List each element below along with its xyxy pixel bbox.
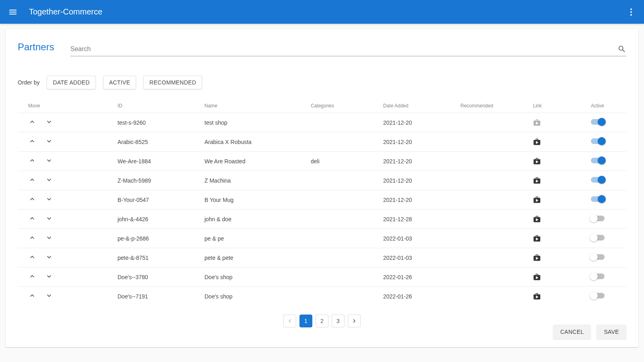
move-down-button[interactable] [45,234,53,243]
active-toggle[interactable] [591,177,605,183]
shop-icon [533,254,541,262]
cancel-button[interactable]: CANCEL [553,325,591,339]
move-up-button[interactable] [28,214,36,224]
cell-id: B-Your-0547 [114,190,201,210]
cell-id: Doe's--3780 [114,267,201,287]
svg-point-1 [630,11,632,13]
move-up-button[interactable] [28,137,36,146]
cell-categories [308,132,380,152]
cell-id: We-Are-1884 [114,152,201,171]
chevron-up-icon [28,156,36,165]
link-button[interactable] [533,254,584,262]
active-toggle[interactable] [591,254,605,260]
cell-id: john-&-4426 [114,210,201,229]
active-toggle[interactable] [591,119,605,125]
chevron-left-icon [286,317,293,325]
page-title: Partners [18,41,54,53]
search-icon[interactable] [617,45,626,53]
move-down-button[interactable] [45,176,53,185]
move-up-button[interactable] [28,272,36,282]
chevron-down-icon [45,195,53,203]
page-2[interactable]: 2 [316,315,328,327]
cell-date: 2021-12-28 [380,210,457,229]
chevron-up-icon [28,195,36,203]
active-toggle[interactable] [591,216,605,221]
app-title: Together-Commerce [29,7,102,16]
cell-name: Arabica X Robusta [201,132,308,152]
cell-categories [308,113,380,132]
move-up-button[interactable] [28,253,36,262]
cell-id: Arabic-8525 [114,132,201,152]
move-down-button[interactable] [45,272,53,282]
link-button[interactable] [533,157,584,165]
move-down-button[interactable] [45,253,53,262]
link-button[interactable] [533,215,584,223]
orderby-label: Order by [18,79,39,86]
col-active: Active [588,99,626,113]
active-toggle[interactable] [591,235,605,241]
cell-id: pete-&-8751 [114,248,201,267]
link-button[interactable] [533,177,584,185]
chevron-down-icon [45,292,53,300]
active-toggle[interactable] [591,138,605,144]
chevron-down-icon [45,272,53,280]
cell-recommended [457,113,530,132]
move-down-button[interactable] [45,214,53,224]
orderby-active[interactable]: ACTIVE [103,76,136,89]
shop-icon [533,273,541,281]
chevron-down-icon [45,176,53,184]
link-button[interactable] [533,138,584,146]
orderby-recommended[interactable]: RECOMMENDED [143,76,202,89]
pagination: 123 [18,315,626,327]
table-row: We-Are-1884We Are Roasteddeli2021-12-20 [18,152,626,171]
table-row: B-Your-0547B Your Mug2021-12-20 [18,190,626,210]
more-menu-button[interactable] [623,4,639,20]
menu-button[interactable] [5,4,21,20]
move-down-button[interactable] [45,137,53,146]
move-up-button[interactable] [28,156,36,166]
cell-recommended [457,248,530,267]
cell-categories [308,190,380,210]
cell-name: Doe's shop [201,287,308,306]
cell-categories [308,248,380,267]
active-toggle[interactable] [591,293,605,298]
move-down-button[interactable] [45,292,53,301]
move-down-button[interactable] [45,156,53,166]
page-3[interactable]: 3 [332,315,345,327]
link-button[interactable] [533,273,584,281]
page-1[interactable]: 1 [299,315,312,327]
col-date-added: Date Added [380,99,457,113]
move-down-button[interactable] [45,195,53,204]
chevron-up-icon [28,137,36,145]
cell-date: 2021-12-20 [380,132,457,152]
search-input[interactable] [70,44,617,54]
table-row: Arabic-8525Arabica X Robusta2021-12-20 [18,132,626,152]
link-button[interactable] [533,119,584,127]
page-prev[interactable] [283,315,296,327]
active-toggle[interactable] [591,158,605,163]
chevron-up-icon [28,272,36,280]
chevron-down-icon [45,118,53,126]
link-button[interactable] [533,196,584,204]
active-toggle[interactable] [591,196,605,202]
table-row: pete-&-8751pete & pete2022-01-03 [18,248,626,267]
move-down-button[interactable] [45,118,53,127]
shop-icon [533,196,541,204]
orderby-date-added[interactable]: DATE ADDED [47,76,95,89]
table-row: pe-&-p-2686pe & pe2022-01-03 [18,229,626,248]
link-button[interactable] [533,292,584,300]
link-button[interactable] [533,234,584,243]
cell-recommended [457,210,530,229]
move-up-button[interactable] [28,292,36,301]
chevron-up-icon [28,176,36,184]
page-next[interactable] [348,315,361,327]
save-button[interactable]: SAVE [597,325,626,339]
move-up-button[interactable] [28,176,36,185]
move-up-button[interactable] [28,195,36,204]
active-toggle[interactable] [591,274,605,279]
search-field[interactable] [70,44,626,56]
move-up-button[interactable] [28,234,36,243]
shop-icon [533,234,541,243]
chevron-up-icon [28,292,36,300]
move-up-button[interactable] [28,118,36,127]
